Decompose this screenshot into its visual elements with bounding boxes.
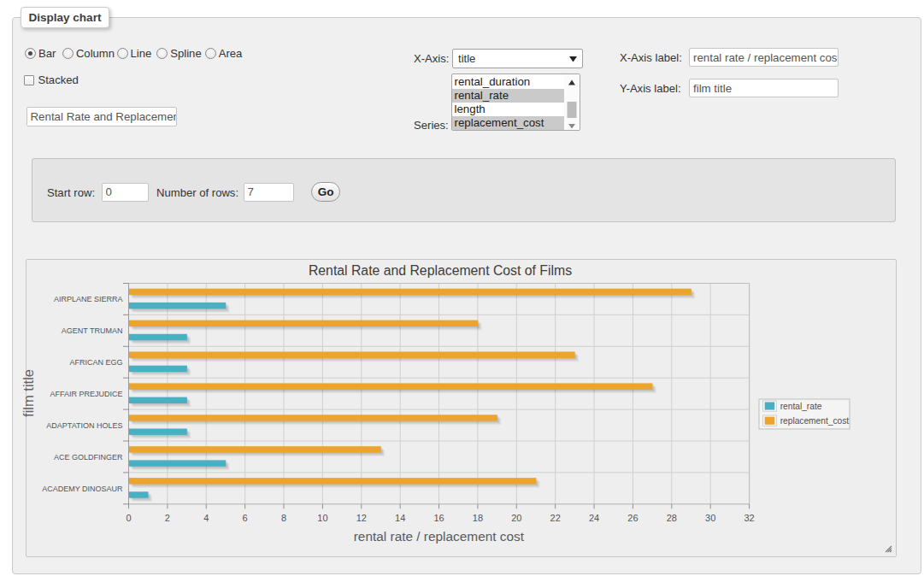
svg-text:AFRICAN EGG: AFRICAN EGG bbox=[69, 358, 122, 367]
svg-text:rental rate / replacement cost: rental rate / replacement cost bbox=[354, 529, 525, 544]
svg-text:30: 30 bbox=[705, 513, 715, 523]
svg-text:film title: film title bbox=[21, 369, 36, 417]
svg-text:Rental Rate and Replacement Co: Rental Rate and Replacement Cost of Film… bbox=[309, 263, 572, 278]
svg-text:20: 20 bbox=[511, 513, 521, 523]
svg-text:2: 2 bbox=[165, 513, 170, 523]
svg-text:28: 28 bbox=[667, 513, 677, 523]
svg-text:22: 22 bbox=[550, 513, 561, 523]
svg-text:32: 32 bbox=[744, 513, 754, 523]
svg-text:8: 8 bbox=[281, 513, 286, 523]
svg-text:replacement_cost: replacement_cost bbox=[780, 416, 850, 426]
svg-text:AIRPLANE SIERRA: AIRPLANE SIERRA bbox=[54, 295, 123, 303]
svg-text:24: 24 bbox=[589, 513, 599, 523]
svg-text:26: 26 bbox=[627, 513, 638, 523]
svg-text:18: 18 bbox=[473, 513, 483, 523]
svg-text:10: 10 bbox=[317, 513, 327, 523]
svg-text:6: 6 bbox=[243, 513, 248, 523]
svg-text:12: 12 bbox=[356, 513, 367, 523]
svg-text:14: 14 bbox=[395, 513, 405, 523]
svg-text:ACE GOLDFINGER: ACE GOLDFINGER bbox=[54, 453, 123, 461]
svg-text:AGENT TRUMAN: AGENT TRUMAN bbox=[62, 326, 123, 335]
svg-text:0: 0 bbox=[126, 513, 131, 523]
svg-text:rental_rate: rental_rate bbox=[780, 402, 822, 411]
svg-text:4: 4 bbox=[203, 513, 209, 523]
svg-text:ACADEMY DINOSAUR: ACADEMY DINOSAUR bbox=[42, 485, 123, 493]
svg-text:AFFAIR PREJUDICE: AFFAIR PREJUDICE bbox=[50, 390, 122, 398]
svg-text:ADAPTATION HOLES: ADAPTATION HOLES bbox=[46, 421, 122, 430]
svg-text:16: 16 bbox=[433, 513, 444, 523]
